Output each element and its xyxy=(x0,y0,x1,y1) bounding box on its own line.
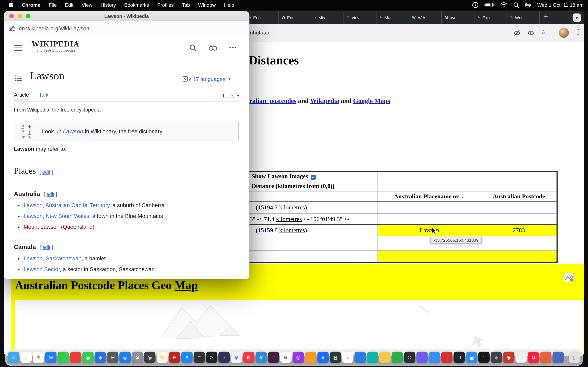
lawson-nsw-link[interactable]: Lawson, New South Wales xyxy=(24,213,89,219)
spotlight-icon[interactable] xyxy=(513,2,519,8)
kilometres-link[interactable]: kilometres xyxy=(279,204,305,211)
wikipedia-link[interactable]: Wikipedia xyxy=(310,97,339,105)
browser-tab[interactable]: ●Mis xyxy=(311,11,344,24)
minimize-button[interactable] xyxy=(17,14,22,18)
popup-titlebar[interactable]: Lawson - Wikipedia xyxy=(4,11,249,21)
dock-app-red-app-2[interactable]: ◉ xyxy=(503,352,514,363)
menu-help[interactable]: Help xyxy=(220,2,238,8)
browser-menu-button[interactable] xyxy=(578,29,579,35)
dock-app-dark-grid-app[interactable]: ▦ xyxy=(330,352,341,363)
dock-app-red-badge-app[interactable] xyxy=(70,352,81,363)
dock-app-calendar[interactable]: 1 xyxy=(342,352,354,363)
map-notes-icon[interactable] xyxy=(564,272,575,284)
dock-app-settings[interactable]: ⚙ xyxy=(132,352,143,363)
dock-app-gray-app[interactable]: ◆ xyxy=(491,352,502,363)
more-options-icon[interactable] xyxy=(229,47,236,48)
contents-icon[interactable] xyxy=(14,75,22,83)
browser-tab[interactable]: Move xyxy=(441,11,474,24)
tab-talk[interactable]: Talk xyxy=(39,92,48,100)
dock-app-finder[interactable]: ☺ xyxy=(8,352,19,363)
dock-app-vscode[interactable]: V xyxy=(256,352,267,363)
dock-app-calculator[interactable]: = xyxy=(194,352,205,363)
dock-app-teal-app[interactable] xyxy=(367,352,378,363)
dock-app-bear[interactable]: B xyxy=(280,352,292,363)
dock-app-white-app[interactable]: □ xyxy=(516,352,527,363)
tab-search-button[interactable]: ▾ xyxy=(573,13,581,22)
postcode-value-cell[interactable]: 2783 xyxy=(481,225,557,236)
dock-app-slack[interactable]: # xyxy=(268,352,279,363)
tab-article[interactable]: Article xyxy=(14,92,29,100)
browser-tab[interactable]: ✎Wor xyxy=(507,11,539,24)
dock-app-camera[interactable]: ◉ xyxy=(144,352,155,363)
dock-app-firefox[interactable]: ◔ xyxy=(218,352,230,363)
dock-app-stocks[interactable]: ≈ xyxy=(478,352,490,363)
tools-button[interactable]: Tools ▼ xyxy=(222,92,240,99)
dock-app-messages[interactable] xyxy=(58,352,69,363)
menu-chrome[interactable]: Chrome xyxy=(17,2,44,8)
dock-app-red-app[interactable] xyxy=(441,352,452,363)
close-button[interactable] xyxy=(9,14,14,18)
menu-tab[interactable]: Tab xyxy=(178,2,194,8)
control-center-icon[interactable] xyxy=(525,2,531,7)
lawson-act-link[interactable]: Lawson, Australian Capital Territory xyxy=(24,202,109,208)
wiktionary-lawson-link[interactable]: Lawson xyxy=(63,128,84,134)
dock-app-dark-app[interactable]: ∷ xyxy=(404,352,415,363)
browser-tab[interactable]: ✎viev xyxy=(343,11,376,24)
menu-view[interactable]: View xyxy=(78,2,96,8)
menu-edit[interactable]: Edit xyxy=(61,2,78,8)
dock-app-edge[interactable]: e xyxy=(318,352,329,363)
browser-tab[interactable]: ●Enn xyxy=(246,11,278,24)
show-images-checkbox[interactable]: ✓ xyxy=(311,175,316,180)
wifi-icon[interactable] xyxy=(500,2,507,8)
menubar-clock[interactable]: Wed 1 Oct 11:18 am xyxy=(537,2,584,8)
dock-app-news[interactable]: N xyxy=(243,352,254,363)
dock-app-trash[interactable]: ▯ xyxy=(569,352,580,363)
google-maps-link[interactable]: Google Maps xyxy=(353,97,390,105)
dock-app-facetime[interactable]: ◉ xyxy=(82,352,94,363)
dock-app-safari[interactable]: ◎ xyxy=(120,352,131,363)
menu-history[interactable]: History xyxy=(96,2,120,8)
kilometres-link[interactable]: kilometres xyxy=(279,226,305,234)
dock-app-mail[interactable]: ✉ xyxy=(45,352,56,363)
browser-tab[interactable]: ✎Exp xyxy=(474,11,507,24)
dock-app-blue-app[interactable] xyxy=(355,352,366,363)
hamburger-menu-icon[interactable] xyxy=(14,45,22,51)
dock-app-orange-red-app[interactable] xyxy=(540,352,552,363)
eye-icon[interactable] xyxy=(527,30,535,38)
zoom-button[interactable] xyxy=(26,14,30,18)
placename-value-cell[interactable]: Lawson xyxy=(378,225,481,236)
dock-app-indigo-app[interactable] xyxy=(553,352,564,363)
map-link[interactable]: Map xyxy=(174,279,198,292)
address-bar-text[interactable]: ?nhgfaaa xyxy=(247,30,269,35)
dock-app-podcasts[interactable]: ◎ xyxy=(293,352,304,363)
browser-tab[interactable]: WAJA xyxy=(409,11,441,24)
dock-app-purple-app[interactable] xyxy=(416,352,428,363)
dock-app-opera[interactable]: O xyxy=(528,352,539,363)
lawson-sask-link[interactable]: Lawson, Saskatchewan xyxy=(24,256,81,261)
dock-app-appstore[interactable]: A xyxy=(181,352,192,363)
account-icon[interactable] xyxy=(208,46,217,52)
geo-map[interactable] xyxy=(15,300,583,356)
kilometres-link[interactable]: kilometres xyxy=(276,215,302,222)
languages-button[interactable]: A 17 languages ▼ xyxy=(182,76,231,82)
dock-app-zoom[interactable]: ▣ xyxy=(466,352,477,363)
now-playing-icon[interactable] xyxy=(472,2,478,8)
dock-app-music[interactable]: ♪ xyxy=(20,352,32,363)
dock-app-orange-app[interactable] xyxy=(305,352,316,363)
search-icon[interactable] xyxy=(190,44,197,53)
dock-app-green-app[interactable] xyxy=(392,352,403,363)
dock-app-chrome[interactable]: ◉ xyxy=(231,352,242,363)
new-tab-button[interactable]: + xyxy=(544,12,548,21)
apple-menu[interactable] xyxy=(4,1,17,8)
browser-tab[interactable]: WEnn xyxy=(278,11,311,24)
mount-lawson-link[interactable]: Mount Lawson (Queensland) xyxy=(24,224,94,230)
browser-tab[interactable]: Gemc xyxy=(539,11,541,24)
dock-app-blue-app-2[interactable] xyxy=(429,352,440,363)
dock-app-yellow-app[interactable] xyxy=(379,352,390,363)
dock-app-launchpad[interactable]: ⊞ xyxy=(107,352,118,363)
menu-profiles[interactable]: Profiles xyxy=(153,2,178,8)
menu-file[interactable]: File xyxy=(44,2,61,8)
eye-off-icon[interactable] xyxy=(513,30,521,38)
dock-app-filezilla[interactable]: F xyxy=(169,352,180,363)
site-settings-icon[interactable] xyxy=(9,26,15,33)
